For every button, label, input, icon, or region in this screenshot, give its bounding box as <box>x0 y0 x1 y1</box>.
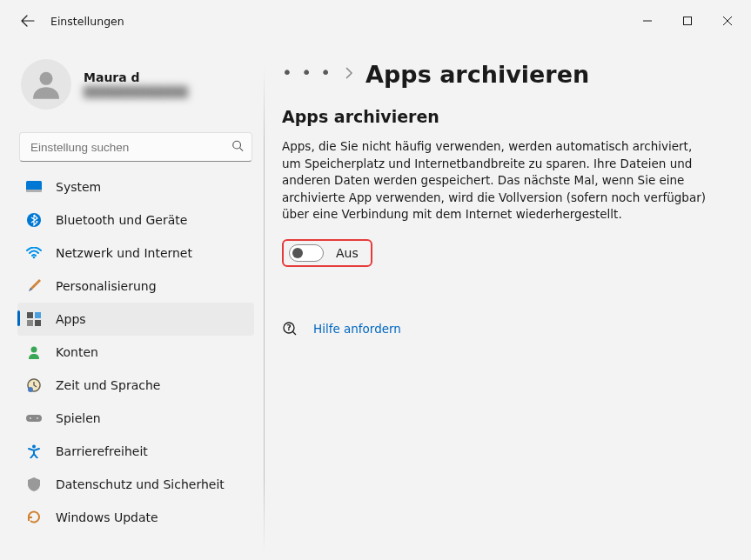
avatar <box>21 59 71 110</box>
svg-point-2 <box>233 141 241 149</box>
minimize-button[interactable] <box>627 7 667 35</box>
brush-icon <box>26 278 42 294</box>
nav-label: Zeit und Sprache <box>56 378 160 392</box>
svg-point-1 <box>40 72 53 85</box>
svg-text:?: ? <box>286 323 291 332</box>
window-title: Einstellungen <box>50 15 124 28</box>
system-icon <box>26 179 42 195</box>
titlebar: Einstellungen <box>0 0 751 42</box>
nav-item-update[interactable]: Windows Update <box>17 501 254 534</box>
maximize-button[interactable] <box>667 7 707 35</box>
page-title: Apps archivieren <box>365 61 589 88</box>
nav-label: Netzwerk und Internet <box>56 246 192 260</box>
nav-item-time[interactable]: Zeit und Sprache <box>17 369 254 402</box>
nav-item-bluetooth[interactable]: Bluetooth und Geräte <box>17 203 254 237</box>
section-description: Apps, die Sie nicht häufig verwenden, we… <box>282 138 711 223</box>
nav-label: Bluetooth und Geräte <box>56 213 187 227</box>
svg-rect-15 <box>26 415 42 422</box>
close-button[interactable] <box>707 7 748 35</box>
nav-item-accounts[interactable]: Konten <box>17 336 254 369</box>
search-box <box>19 132 252 162</box>
bluetooth-icon <box>26 212 42 228</box>
nav-label: Barrierefreiheit <box>56 444 148 458</box>
breadcrumb: • • • Apps archivieren <box>282 61 711 88</box>
nav-item-gaming[interactable]: Spielen <box>17 402 254 435</box>
search-icon <box>231 139 244 156</box>
svg-rect-8 <box>35 312 41 318</box>
nav-item-accessibility[interactable]: Barrierefreiheit <box>17 435 254 468</box>
svg-point-11 <box>31 347 37 353</box>
nav-label: Windows Update <box>56 510 158 524</box>
person-icon <box>29 67 64 102</box>
nav-label: System <box>56 180 101 194</box>
search-input[interactable] <box>19 132 252 162</box>
help-row[interactable]: ? Hilfe anfordern <box>282 321 711 337</box>
svg-rect-10 <box>35 320 41 326</box>
nav-item-network[interactable]: Netzwerk und Internet <box>17 237 254 270</box>
svg-point-6 <box>33 257 36 259</box>
archive-toggle[interactable] <box>289 244 324 262</box>
gamepad-icon <box>26 410 42 426</box>
nav-item-privacy[interactable]: Datenschutz und Sicherheit <box>17 468 254 501</box>
breadcrumb-overflow[interactable]: • • • <box>282 62 332 88</box>
apps-icon <box>26 311 42 327</box>
update-icon <box>26 510 42 525</box>
person-icon <box>26 344 42 360</box>
content-area: • • • Apps archivieren Apps archivieren … <box>265 42 751 560</box>
archive-toggle-row: Aus <box>282 239 711 267</box>
user-profile[interactable]: Maura d █████████████ <box>17 42 254 125</box>
svg-rect-0 <box>684 17 692 25</box>
svg-point-14 <box>28 387 33 392</box>
nav-item-personalisation[interactable]: Personalisierung <box>17 270 254 303</box>
user-email: █████████████ <box>84 86 188 98</box>
highlight-box: Aus <box>282 239 372 267</box>
nav-label: Personalisierung <box>56 279 157 293</box>
clock-icon <box>26 377 42 393</box>
nav-item-apps[interactable]: Apps <box>17 303 254 336</box>
svg-rect-4 <box>26 190 42 192</box>
svg-point-16 <box>30 417 31 419</box>
shield-icon <box>26 477 42 492</box>
help-icon: ? <box>282 321 298 337</box>
section-title: Apps archivieren <box>282 107 711 126</box>
profile-text: Maura d █████████████ <box>84 70 188 98</box>
nav-item-system[interactable]: System <box>17 170 254 203</box>
svg-point-18 <box>32 445 36 449</box>
nav-label: Spielen <box>56 411 101 425</box>
nav-label: Konten <box>56 345 98 359</box>
sidebar: Maura d █████████████ System Bluetooth u… <box>0 42 265 560</box>
svg-rect-9 <box>27 320 33 326</box>
svg-point-17 <box>37 417 38 419</box>
help-link[interactable]: Hilfe anfordern <box>313 322 401 336</box>
wifi-icon <box>26 245 42 261</box>
arrow-left-icon <box>21 14 35 28</box>
chevron-right-icon <box>345 66 353 83</box>
toggle-state-label: Aus <box>336 246 359 260</box>
nav-list: System Bluetooth und Geräte Netzwerk und… <box>17 170 254 534</box>
nav-label: Datenschutz und Sicherheit <box>56 477 225 491</box>
svg-rect-7 <box>27 312 33 318</box>
toggle-knob <box>292 248 303 258</box>
nav-label: Apps <box>56 312 86 326</box>
accessibility-icon <box>26 443 42 459</box>
back-button[interactable] <box>10 3 45 38</box>
user-name: Maura d <box>84 70 188 84</box>
window-controls <box>627 7 748 35</box>
